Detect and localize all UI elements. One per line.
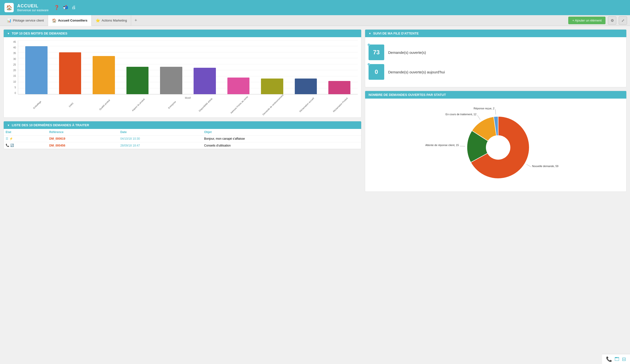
suivi-collapse-icon[interactable]: ▼ (368, 32, 371, 35)
demandes-statut-card: NOMBRE DE DEMANDES OUVERTES PAR STATUT N… (365, 91, 626, 192)
bar (295, 79, 317, 94)
bar-item: Aspect du produit (122, 41, 153, 94)
row-ref[interactable]: DM_000619 (47, 136, 118, 142)
tab-marketing[interactable]: ⭐ Actions Marketing (92, 15, 131, 26)
expand-button[interactable]: ⤢ (619, 16, 627, 25)
bar (328, 81, 351, 94)
notification-icon[interactable]: 📬 (63, 5, 68, 10)
home-icon[interactable]: 🏠 (4, 3, 14, 12)
bar-item: Réclamation Produit (324, 41, 355, 94)
top10-card: ▼ TOP 10 DES MOTIFS DE DEMANDES 0 5 10 1… (4, 29, 362, 118)
row-icons-cell: 📞🔄 (4, 142, 47, 149)
bar-label: Aspect du produit (131, 98, 145, 112)
row-objet: Conseils d'utilisation (202, 142, 361, 149)
stat-badge-0: 73 (368, 44, 384, 60)
header-icons: ❓ 📬 🖨 (54, 5, 76, 10)
right-column: ▼ SUIVI DE MA FILE D'ATTENTE 73 Demande(… (365, 29, 626, 192)
left-column: ▼ TOP 10 DES MOTIFS DE DEMANDES 0 5 10 1… (4, 29, 362, 192)
top10-header: ▼ TOP 10 DES MOTIFS DE DEMANDES (4, 30, 361, 37)
tab-accueil[interactable]: 🏠 Accueil Conseillers (48, 15, 92, 26)
header: 🏠 ACCUEIL Bienvenue sur easiware ❓ 📬 🖨 (0, 0, 630, 15)
bar-item: Réclamation accueil (290, 41, 322, 94)
bar-item: Demande de remboursement (256, 41, 288, 94)
pie-label-line (477, 115, 480, 120)
pilotage-icon: 📊 (7, 18, 12, 23)
accueil-icon: 🏠 (52, 18, 56, 23)
bar (59, 52, 81, 94)
y-label-25: 25 (13, 63, 16, 66)
add-element-button[interactable]: + Ajouter un élément (568, 17, 606, 24)
bar-item: Emballage (20, 41, 52, 94)
add-tab-button[interactable]: + (131, 15, 141, 26)
liste-card: ▼ LISTE DES 10 DERNIÈRES DEMANDES À TRAI… (4, 121, 362, 149)
suivi-title: SUIVI DE MA FILE D'ATTENTE (373, 31, 419, 35)
cycle-icon: 🔄 (10, 144, 14, 147)
table-row: 📞🔄DM_00045628/09/18 18:47Conseils d'util… (4, 142, 361, 149)
col-objet: Objet (202, 129, 361, 136)
help-icon[interactable]: ❓ (54, 5, 59, 10)
pie-label-line (496, 109, 496, 115)
liste-header: ▼ LISTE DES 10 DERNIÈRES DEMANDES À TRAI… (4, 121, 361, 129)
tab-accueil-label: Accueil Conseillers (58, 18, 88, 22)
y-label-20: 20 (13, 69, 16, 72)
y-label-0: 0 (14, 92, 16, 94)
suivi-body: 73 Demande(s) ouverte(s) 0 Demande(s) ou… (365, 37, 626, 87)
col-date: Date (118, 129, 202, 136)
col-ref: Référence (47, 129, 118, 136)
bar-item: Qualité produit (88, 41, 120, 94)
bar-label: Entreprise (168, 100, 176, 109)
stat-value-1: 0 (375, 68, 378, 75)
print-icon[interactable]: 🖨 (72, 5, 76, 10)
suivi-card: ▼ SUIVI DE MA FILE D'ATTENTE 73 Demande(… (365, 29, 626, 87)
bar (261, 79, 283, 94)
table-row: ☰⚡DM_00061904/10/18 10:30Bonjour, mon ca… (4, 136, 361, 142)
top10-title: TOP 10 DES MOTIFS DE DEMANDES (12, 31, 68, 35)
stat-row-1: 0 Demande(s) ouverte(s) aujourd'hui (368, 64, 623, 80)
bar-label: Réclamation Produit (332, 97, 348, 113)
bar (126, 67, 149, 94)
col-etat: Etat (4, 129, 47, 136)
tab-pilotage[interactable]: 📊 Pilotage service client (3, 15, 48, 26)
demandes-statut-header: NOMBRE DE DEMANDES OUVERTES PAR STATUT (365, 91, 626, 99)
pie-label-line (526, 164, 531, 167)
bar-label: Réclamation accueil (299, 97, 314, 113)
app-title: ACCUEIL (17, 3, 48, 8)
demandes-statut-title: NOMBRE DE DEMANDES OUVERTES PAR STATUT (368, 93, 446, 97)
collapse-arrow-icon[interactable]: ▼ (7, 32, 10, 35)
phone-icon: 📞 (6, 144, 9, 147)
list-icon: ☰ (6, 137, 8, 140)
pie-label: En cours de traitement, 12 (446, 113, 476, 116)
y-label-35: 35 (13, 52, 16, 55)
demandes-statut-body: Nouvelle demande, 59Attente de réponse c… (365, 99, 626, 191)
pie-label: Nouvelle demande, 59 (532, 165, 558, 168)
demand-table: Etat Référence Date Objet ☰⚡DM_00061904/… (4, 129, 361, 149)
bar-label: (vide) (68, 102, 74, 108)
bar (93, 56, 115, 94)
settings-button[interactable]: ⚙ (608, 16, 616, 25)
bar-chart-area: Emballage(vide)Qualité produitAspect du … (18, 41, 358, 94)
row-objet: Bonjour, mon canapé s'affaisse (202, 136, 361, 142)
y-label-15: 15 (13, 75, 16, 77)
pie-label: Réponse reçue, 2 (474, 107, 494, 110)
row-icons-cell: ☰⚡ (4, 136, 47, 142)
pie-label: Attente de réponse client, 15 (426, 144, 459, 147)
bar-item: (vide) (54, 41, 86, 94)
app-subtitle: Bienvenue sur easiware (17, 8, 48, 12)
bar (228, 78, 250, 94)
y-label-45: 45 (13, 41, 16, 43)
row-date: 28/09/18 18:47 (118, 142, 202, 149)
pie-chart: Nouvelle demande, 59Attente de réponse c… (368, 102, 623, 188)
bar-label: Qualité produit (99, 99, 110, 111)
row-ref[interactable]: DM_000456 (47, 142, 118, 149)
tab-pilotage-label: Pilotage service client (13, 18, 44, 22)
liste-collapse-icon[interactable]: ▼ (7, 124, 10, 127)
bar-item: Entreprise (155, 41, 187, 94)
star-icon: ⭐ (96, 18, 100, 23)
top10-body: 0 5 10 15 20 25 30 35 40 45 Emballag (4, 37, 361, 117)
tabbar-actions: + Ajouter un élément ⚙ ⤢ (568, 16, 627, 25)
stat-badge-1: 0 (368, 64, 384, 80)
bar-item: Adresse Points de vente (222, 41, 254, 94)
liste-body: Etat Référence Date Objet ☰⚡DM_00061904/… (4, 129, 361, 149)
y-label-10: 10 (13, 80, 16, 83)
suivi-header: ▼ SUIVI DE MA FILE D'ATTENTE (365, 30, 626, 37)
